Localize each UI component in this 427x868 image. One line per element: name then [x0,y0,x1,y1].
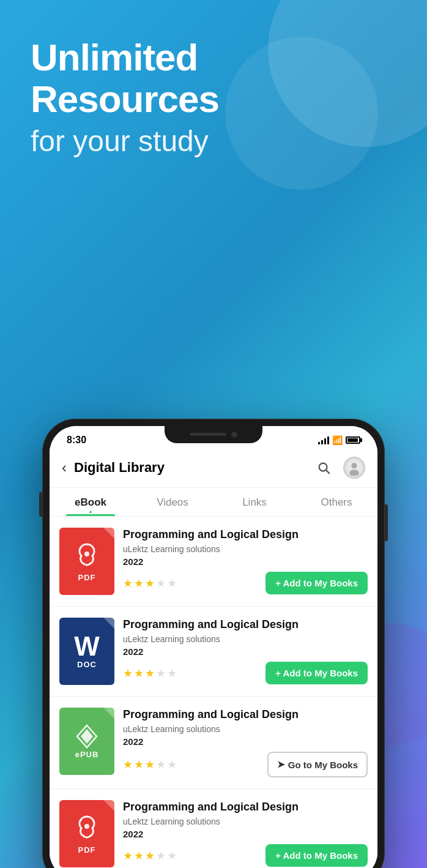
add-to-books-button-4[interactable]: + Add to My Books [265,844,368,867]
book-item-2: W DOC Programming and Logical Design uLe… [50,607,377,697]
book-year-4: 2022 [123,829,368,839]
book-info-1: Programming and Logical Design uLektz Le… [123,528,368,594]
books-list: PDF Programming and Logical Design uLekt… [50,517,377,868]
star-2-5: ★ [167,667,177,680]
star-1-4: ★ [156,577,166,590]
book-cover-doc-2: W DOC [59,618,114,685]
star-4-2: ★ [134,849,144,862]
header-icons [313,457,365,479]
star-2-3: ★ [145,667,155,680]
book-cover-pdf-4: PDF [59,800,114,867]
book-year-2: 2022 [123,646,368,657]
notch-speaker [190,433,226,436]
app-header: ‹ Digital Library [50,448,377,488]
epub-icon [73,723,100,750]
add-to-books-button-2[interactable]: + Add to My Books [265,662,368,684]
star-3-4: ★ [156,758,166,771]
goto-books-button-3[interactable]: ➤ Go to My Books [267,752,368,777]
avatar-button[interactable] [343,457,365,479]
hero-section: Unlimited Resources for your study [31,37,219,159]
book-cover-epub-3: ePUB [59,708,114,775]
book-actions-4: ★ ★ ★ ★ ★ + Add to My Books [123,844,368,867]
phone-notch [165,426,262,443]
doc-label-2: DOC [77,660,97,669]
pdf-icon [73,541,100,573]
book-info-4: Programming and Logical Design uLektz Le… [123,800,368,867]
tab-videos[interactable]: Videos [132,488,214,516]
book-rating-3: ★ ★ ★ ★ ★ [123,758,177,771]
star-1-5: ★ [167,577,177,590]
book-actions-1: ★ ★ ★ ★ ★ + Add to My Books [123,572,368,594]
tab-others[interactable]: Others [295,488,377,516]
back-button[interactable]: ‹ [62,459,67,476]
book-year-1: 2022 [123,556,368,567]
star-3-2: ★ [134,758,144,771]
star-4-4: ★ [156,849,166,862]
star-2-4: ★ [156,667,166,680]
book-author-2: uLektz Learning solutions [123,634,368,644]
star-4-3: ★ [145,849,155,862]
book-title-2: Programming and Logical Design [123,618,368,632]
star-1-2: ★ [134,577,144,590]
tab-links[interactable]: Links [214,488,295,516]
status-time: 8:30 [67,435,86,446]
star-4-5: ★ [167,849,177,862]
book-author-4: uLektz Learning solutions [123,817,368,826]
hero-subtitle: for your study [31,124,219,159]
book-title-3: Programming and Logical Design [123,708,368,722]
book-title-4: Programming and Logical Design [123,800,368,814]
book-author-1: uLektz Learning solutions [123,544,368,554]
star-3-5: ★ [167,758,177,771]
book-info-2: Programming and Logical Design uLektz Le… [123,618,368,684]
hero-title: Unlimited Resources [31,37,219,120]
status-icons: 📶 [318,435,360,445]
book-rating-2: ★ ★ ★ ★ ★ [123,667,177,680]
notch-camera [231,432,237,438]
svg-point-5 [84,552,89,556]
doc-icon: W [74,633,100,660]
star-3-1: ★ [123,758,133,771]
app-title: Digital Library [74,460,313,476]
book-rating-4: ★ ★ ★ ★ ★ [123,849,177,862]
battery-icon [346,436,360,444]
goto-books-label-3: Go to My Books [288,760,358,770]
svg-line-1 [326,470,329,473]
goto-arrow-icon: ➤ [277,759,285,770]
star-2-2: ★ [134,667,144,680]
phone-screen: 8:30 📶 ‹ Digital Library [50,426,377,868]
book-year-3: 2022 [123,736,368,747]
book-cover-pdf-1: PDF [59,528,114,595]
phone-mockup: 8:30 📶 ‹ Digital Library [42,419,385,868]
book-rating-1: ★ ★ ★ ★ ★ [123,577,177,590]
book-actions-2: ★ ★ ★ ★ ★ + Add to My Books [123,662,368,684]
wifi-icon: 📶 [332,435,343,445]
book-item-1: PDF Programming and Logical Design uLekt… [50,517,377,607]
book-item-3: ePUB Programming and Logical Design uLek… [50,697,377,789]
pdf-icon-4 [73,813,100,845]
avatar-icon [346,460,362,476]
signal-icon [318,436,329,444]
add-to-books-button-1[interactable]: + Add to My Books [265,572,368,594]
book-title-1: Programming and Logical Design [123,528,368,542]
star-4-1: ★ [123,849,133,862]
tab-ebook[interactable]: eBook [50,488,132,516]
search-button[interactable] [313,457,335,479]
tab-bar: eBook Videos Links Others [50,488,377,517]
bg-decoration-2 [225,37,378,190]
epub-label-3: ePUB [75,750,99,759]
pdf-label-1: PDF [78,573,96,582]
book-actions-3: ★ ★ ★ ★ ★ ➤ Go to My Books [123,752,368,777]
svg-point-3 [351,463,357,468]
search-icon [317,461,330,474]
star-1-3: ★ [145,577,155,590]
svg-point-6 [84,824,89,829]
book-info-3: Programming and Logical Design uLektz Le… [123,708,368,777]
book-item-4: PDF Programming and Logical Design uLekt… [50,789,377,868]
book-author-3: uLektz Learning solutions [123,724,368,734]
star-1-1: ★ [123,577,133,590]
star-2-1: ★ [123,667,133,680]
star-3-3: ★ [145,758,155,771]
phone-frame: 8:30 📶 ‹ Digital Library [42,419,385,868]
pdf-label-4: PDF [78,845,96,855]
